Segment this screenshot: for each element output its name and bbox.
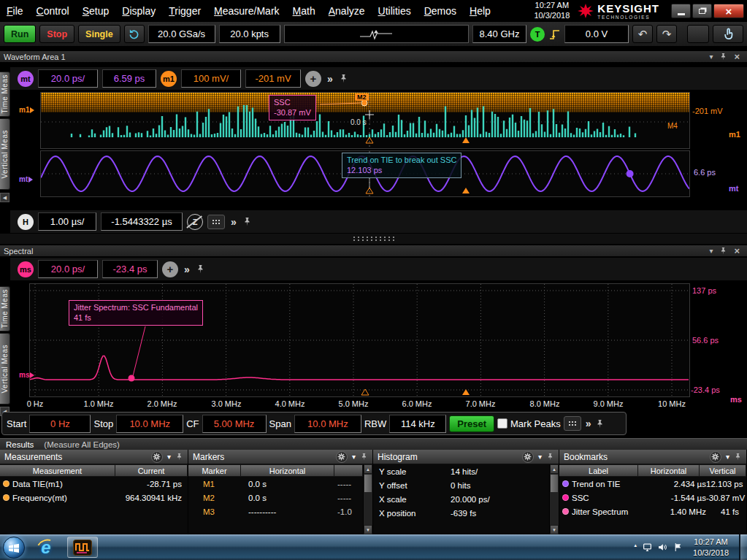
spectral-add-source-button[interactable]: + xyxy=(162,261,178,277)
trigger-level-field[interactable]: 0.0 V xyxy=(564,25,629,43)
spectrum-annotation[interactable]: Jitter Spectrum: SSC Fundamental 41 fs xyxy=(69,300,203,326)
mt-offset-field[interactable]: 6.59 ps xyxy=(102,69,156,88)
h-toolbar-pin-icon[interactable] xyxy=(242,217,252,226)
markers-pin-icon[interactable] xyxy=(360,453,368,461)
menu-utilities[interactable]: Utilities xyxy=(372,3,418,19)
spectral-dropdown-icon[interactable]: ▾ xyxy=(709,247,713,255)
markers-scrollbar[interactable]: ▲ ▼ xyxy=(363,464,372,534)
scale-toolbar-pin-icon[interactable] xyxy=(339,74,348,83)
rbw-field[interactable]: 114 kHz xyxy=(389,415,446,433)
m1-source-badge[interactable]: m1 xyxy=(161,71,177,87)
ms-scale-field[interactable]: 20.0 ps/ xyxy=(38,260,98,278)
mt-right-badge[interactable]: mt xyxy=(729,184,738,193)
current-column-header[interactable]: Current xyxy=(115,464,188,477)
bookmark-row[interactable]: Trend on TIE 2.434 µs 12.103 ps xyxy=(559,477,746,491)
scope-app-taskbar-icon[interactable] xyxy=(67,537,98,558)
start-button[interactable] xyxy=(3,537,25,559)
mt-ground-marker[interactable]: mt xyxy=(19,175,33,183)
ms-offset-field[interactable]: -23.4 ps xyxy=(102,260,158,278)
histogram-scrollbar[interactable]: ▲ ▼ xyxy=(549,464,559,534)
vertical-column-header-clipped[interactable] xyxy=(334,464,363,477)
ms-right-badge[interactable]: ms xyxy=(730,395,742,404)
scroll-thumb[interactable] xyxy=(364,474,372,493)
span-field[interactable]: 10.0 MHz xyxy=(294,415,361,433)
restore-button[interactable] xyxy=(692,4,712,18)
spectral-drag-dots-icon[interactable] xyxy=(564,416,581,431)
scroll-down-icon[interactable]: ▼ xyxy=(550,525,559,534)
menu-file[interactable]: File xyxy=(0,3,30,19)
single-button[interactable]: Single xyxy=(78,25,120,43)
h-drag-dots-icon[interactable] xyxy=(207,215,225,229)
spectral-tab-time-meas[interactable]: Time Meas xyxy=(0,286,10,331)
mark-peaks-checkbox[interactable] xyxy=(497,418,507,429)
bookmark-row[interactable]: SSC -1.544 µs -30.87 mV xyxy=(559,491,746,505)
histogram-row[interactable]: X position -639 fs xyxy=(373,506,559,520)
menu-trigger[interactable]: Trigger xyxy=(162,3,207,19)
marker-m4-label[interactable]: M4 xyxy=(667,122,678,130)
spectral-toolbar-pin-icon[interactable] xyxy=(196,264,205,274)
mt-source-badge[interactable]: mt xyxy=(18,71,34,87)
cf-field[interactable]: 5.00 MHz xyxy=(202,415,267,433)
marker-row[interactable]: M2 0.0 s ----- xyxy=(188,491,372,505)
marker-column-header[interactable]: Marker xyxy=(188,464,241,477)
scale-more-controls-icon[interactable]: » xyxy=(326,73,334,85)
clear-display-button[interactable] xyxy=(124,25,145,43)
redo-button[interactable]: ↷ xyxy=(656,25,677,43)
add-source-button[interactable]: + xyxy=(305,71,321,87)
bookmarks-pin-icon[interactable] xyxy=(734,453,742,461)
ms-source-badge[interactable]: ms xyxy=(18,261,34,277)
tie-histogram-plot[interactable]: SSC -30.87 mV M2 0.0 s M4 xyxy=(40,92,690,149)
trend-annotation[interactable]: Trend on TIE to break out SSC 12.103 ps xyxy=(342,153,461,178)
preset-button[interactable]: Preset xyxy=(449,415,494,432)
tie-trend-plot[interactable]: Trend on TIE to break out SSC 12.103 ps xyxy=(40,150,690,197)
menu-math[interactable]: Math xyxy=(286,3,322,19)
toolbar-more-button[interactable] xyxy=(687,25,709,43)
menu-setup[interactable]: Setup xyxy=(76,3,116,19)
undo-button[interactable]: ↶ xyxy=(632,25,653,43)
markers-dropdown-icon[interactable]: ▾ xyxy=(352,453,356,461)
waveform-area-pin-icon[interactable] xyxy=(719,53,727,61)
bookmarks-settings-button[interactable] xyxy=(710,451,721,463)
run-button[interactable]: Run xyxy=(4,25,36,43)
histogram-row[interactable]: Y offset 0 hits xyxy=(373,478,559,492)
spectral-controls-pin-icon[interactable] xyxy=(595,419,605,429)
trigger-frequency-field[interactable]: 8.40 GHz xyxy=(472,25,526,43)
volume-tray-icon[interactable] xyxy=(658,542,667,552)
scroll-up-icon[interactable]: ▲ xyxy=(550,464,559,474)
waveform-area-close-icon[interactable]: × xyxy=(734,51,740,62)
menu-demos[interactable]: Demos xyxy=(418,3,463,19)
marker-row[interactable]: M1 0.0 s ----- xyxy=(188,477,372,491)
show-hidden-icons[interactable]: ▴ xyxy=(635,542,637,552)
panel-splitter[interactable] xyxy=(0,234,747,244)
horizontal-column-header[interactable]: Horizontal xyxy=(241,464,334,477)
display-tray-icon[interactable] xyxy=(643,542,652,552)
menu-display[interactable]: Display xyxy=(115,3,162,19)
histogram-pin-icon[interactable] xyxy=(546,453,554,461)
show-desktop-button[interactable] xyxy=(739,534,747,560)
scroll-up-icon[interactable]: ▲ xyxy=(364,464,372,474)
histogram-row[interactable]: X scale 20.000 ps/ xyxy=(373,492,559,506)
measurement-column-header[interactable]: Measurement xyxy=(0,464,115,477)
start-field[interactable]: 0 Hz xyxy=(29,415,91,433)
m1-scale-field[interactable]: 100 mV/ xyxy=(181,69,241,88)
marker-m2-label[interactable]: M2 xyxy=(355,93,369,101)
horizontal-badge[interactable]: H xyxy=(18,214,34,230)
spectral-close-icon[interactable]: × xyxy=(734,245,740,256)
h-scale-field[interactable]: 1.00 µs/ xyxy=(38,212,96,231)
spectral-more-controls-icon[interactable]: » xyxy=(183,264,191,275)
histogram-row[interactable]: Y scale 14 hits/ xyxy=(373,464,559,478)
trigger-badge[interactable]: T xyxy=(530,27,545,42)
stop-field[interactable]: 10.0 MHz xyxy=(116,415,183,433)
bookmarks-dropdown-icon[interactable]: ▾ xyxy=(726,453,729,461)
close-button[interactable]: × xyxy=(713,4,744,18)
menu-measure-mark[interactable]: Measure/Mark xyxy=(207,3,286,19)
m1-offset-field[interactable]: -201 mV xyxy=(245,69,301,88)
menu-help[interactable]: Help xyxy=(463,3,497,19)
measurements-settings-button[interactable] xyxy=(151,451,163,463)
ie-taskbar-icon[interactable]: e xyxy=(31,537,61,558)
tab-vertical-meas[interactable]: Vertical Meas xyxy=(0,118,10,190)
h-more-controls-icon[interactable]: » xyxy=(229,216,238,228)
menu-control[interactable]: Control xyxy=(30,3,76,19)
touch-button[interactable] xyxy=(713,25,743,43)
sample-rate-field[interactable]: 20.0 GSa/s xyxy=(148,25,215,43)
